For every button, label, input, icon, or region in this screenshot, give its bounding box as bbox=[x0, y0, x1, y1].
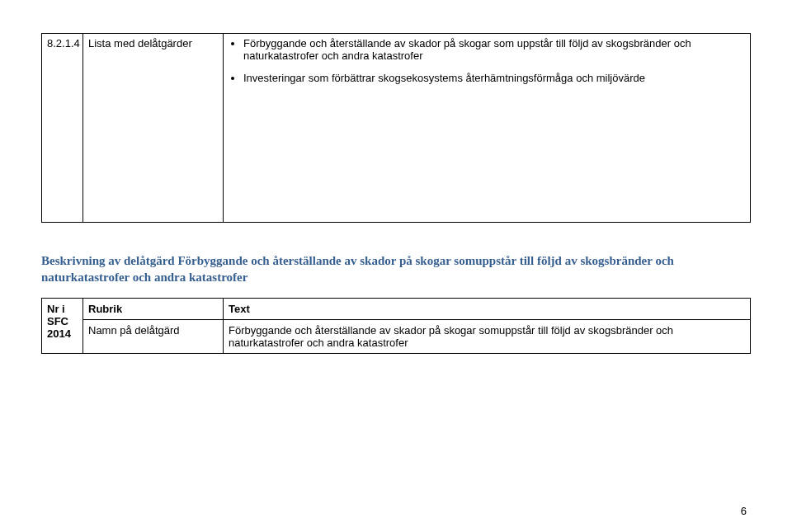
page-number: 6 bbox=[741, 505, 747, 517]
cell-content: Förbyggande och återställande av skador … bbox=[224, 34, 751, 223]
cell-text-value: Förbyggande och återställande av skador … bbox=[224, 319, 751, 353]
list-item: Förbyggande och återställande av skador … bbox=[243, 37, 745, 62]
list-item: Investeringar som förbättrar skogsekosys… bbox=[243, 72, 745, 84]
table-subactions: 8.2.1.4 Lista med delåtgärder Förbyggand… bbox=[41, 33, 751, 223]
bullet-list: Förbyggande och återställande av skador … bbox=[229, 37, 745, 84]
cell-rubrik-value: Namn på delåtgärd bbox=[83, 319, 224, 353]
table-row: 8.2.1.4 Lista med delåtgärder Förbyggand… bbox=[42, 34, 751, 223]
header-cell-text: Text bbox=[224, 298, 751, 319]
cell-ref: 8.2.1.4 bbox=[42, 34, 83, 223]
section-heading: Beskrivning av delåtgärd Förbyggande och… bbox=[41, 252, 751, 286]
table-row: Namn på delåtgärd Förbyggande och återst… bbox=[42, 319, 751, 353]
table-row: Nr i SFC 2014 Rubrik Text bbox=[42, 298, 751, 319]
table-description: Nr i SFC 2014 Rubrik Text Namn på delåtg… bbox=[41, 298, 751, 354]
cell-label: Lista med delåtgärder bbox=[83, 34, 224, 223]
header-cell-rubrik: Rubrik bbox=[83, 298, 224, 319]
header-cell-nr: Nr i SFC 2014 bbox=[42, 298, 83, 353]
